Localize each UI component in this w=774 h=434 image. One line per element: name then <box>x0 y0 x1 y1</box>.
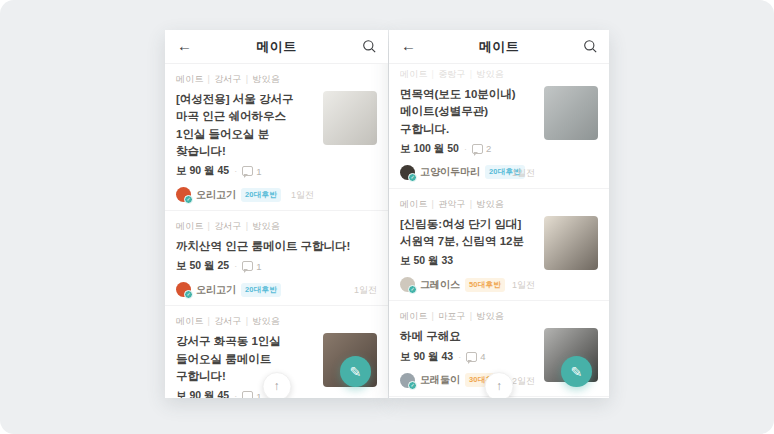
category-part: 강서구 <box>214 221 242 231</box>
category-separator: | <box>470 69 473 79</box>
post-thumbnail <box>323 91 377 145</box>
category-part: 마포구 <box>438 311 466 321</box>
post-time: 1일전 <box>291 189 314 202</box>
category-separator: | <box>208 316 211 326</box>
deposit-rent-value: 보 90 월 45 <box>176 164 229 178</box>
category-separator: | <box>470 311 473 321</box>
post-title: 까치산역 인근 룸메이트 구합니다! <box>176 238 377 255</box>
verified-check-icon: ✓ <box>408 285 417 294</box>
category-part: 메이트 <box>400 69 428 79</box>
category-part: 방있음 <box>252 74 280 84</box>
category-separator: | <box>246 221 249 231</box>
post-text-column: 면목역(보도 10분이내) 메이트(성별무관) 구합니다.보 100 월 50·… <box>400 86 535 180</box>
post-user-row: ✓그레이스50대후반1일전 <box>400 277 535 292</box>
post-thumbnail <box>544 216 598 270</box>
category-part: 강서구 <box>214 74 242 84</box>
post-time: 1일전 <box>354 284 377 297</box>
post-time: 1일전 <box>512 279 535 292</box>
dot-separator: · <box>234 166 237 176</box>
category-part: 방있음 <box>252 316 280 326</box>
back-arrow-icon[interactable]: ← <box>401 36 416 56</box>
post-item[interactable]: 메이트|강서구|방있음까치산역 인근 룸메이트 구합니다!보 50 월 25·1… <box>165 211 388 306</box>
app-bar: ← 메이트 <box>389 30 609 64</box>
post-body: 면목역(보도 10분이내) 메이트(성별무관) 구합니다.보 100 월 50·… <box>400 86 598 180</box>
comment-icon <box>466 352 477 362</box>
dot-separator: · <box>464 144 467 154</box>
category-separator: | <box>246 74 249 84</box>
pencil-icon: ✎ <box>571 364 583 380</box>
page-title: 메이트 <box>256 38 297 56</box>
age-badge: 20대후반 <box>241 283 281 297</box>
post-price: 보 50 월 25·1 <box>176 259 377 273</box>
search-icon[interactable] <box>362 39 377 54</box>
post-title: 하메 구해요 <box>400 328 535 345</box>
post-category: 메이트|강서구|방있음 <box>176 220 377 233</box>
post-category: 메이트|중랑구|방있음 <box>400 68 598 81</box>
post-title: 강서구 화곡동 1인실 들어오실 룸메이트 구합니다! <box>176 333 314 385</box>
avatar: ✓ <box>176 282 191 297</box>
post-user-row: ✓모래둘이30대후반2일전 <box>400 373 535 388</box>
post-list: 메이트|중랑구|방있음면목역(보도 10분이내) 메이트(성별무관) 구합니다.… <box>389 64 609 398</box>
comment-count: 1 <box>256 391 261 399</box>
post-text-column: 까치산역 인근 룸메이트 구합니다!보 50 월 25·1✓오리고기20대후반1… <box>176 238 377 297</box>
post-thumbnail <box>544 86 598 140</box>
username: 고양이두마리 <box>420 165 480 179</box>
write-post-fab[interactable]: ✎ <box>340 356 371 387</box>
comment-icon <box>242 166 253 176</box>
category-separator: | <box>208 74 211 84</box>
post-item[interactable]: 메이트|관악구|방있음[신림동:여성 단기 임대]서원역 7분, 신림역 12분… <box>389 189 609 302</box>
category-separator: | <box>432 69 435 79</box>
comment-count: 1 <box>256 166 261 177</box>
search-icon[interactable] <box>583 39 598 54</box>
post-category: 메이트|강서구|방있음 <box>176 73 377 86</box>
username: 오리고기 <box>196 188 236 202</box>
post-title: [신림동:여성 단기 임대]서원역 7분, 신림역 12분 <box>400 216 535 251</box>
avatar: ✓ <box>400 277 415 292</box>
category-separator: | <box>432 199 435 209</box>
screenshot-canvas: ← 메이트 메이트|강서구|방있음[여성전용] 서울 강서구 마곡 인근 쉐어하… <box>0 0 774 434</box>
category-part: 중랑구 <box>438 69 466 79</box>
post-item[interactable]: 메이트|강서구|방있음[여성전용] 서울 강서구 마곡 인근 쉐어하우스 1인실… <box>165 64 388 211</box>
write-post-fab[interactable]: ✎ <box>561 356 592 387</box>
pencil-icon: ✎ <box>350 364 362 380</box>
category-part: 메이트 <box>176 74 204 84</box>
comment-icon <box>472 144 483 154</box>
post-title: 면목역(보도 10분이내) 메이트(성별무관) 구합니다. <box>400 86 535 138</box>
post-price: 보 90 월 43·4 <box>400 350 535 364</box>
category-part: 관악구 <box>438 199 466 209</box>
phone-screen-right: ← 메이트 메이트|중랑구|방있음면목역(보도 10분이내) 메이트(성별무관)… <box>389 30 609 398</box>
comment-count: 1 <box>256 261 261 272</box>
post-body: 까치산역 인근 룸메이트 구합니다!보 50 월 25·1✓오리고기20대후반1… <box>176 238 377 297</box>
username: 모래둘이 <box>420 373 460 387</box>
verified-check-icon: ✓ <box>184 290 193 299</box>
comment-icon <box>242 261 253 271</box>
post-category: 메이트|강서구|방있음 <box>176 315 377 328</box>
category-separator: | <box>470 199 473 209</box>
back-arrow-icon[interactable]: ← <box>177 36 192 56</box>
avatar: ✓ <box>400 373 415 388</box>
post-price: 보 50 월 33 <box>400 254 535 268</box>
post-time: 1일전 <box>512 167 535 180</box>
post-list: 메이트|강서구|방있음[여성전용] 서울 강서구 마곡 인근 쉐어하우스 1인실… <box>165 64 388 398</box>
post-price: 보 90 월 45·1 <box>176 164 314 178</box>
post-item[interactable]: 메이트|중랑구|방있음면목역(보도 10분이내) 메이트(성별무관) 구합니다.… <box>389 64 609 189</box>
avatar: ✓ <box>400 165 415 180</box>
deposit-rent-value: 보 90 월 45 <box>176 389 229 398</box>
post-price: 보 90 월 45·1 <box>176 389 314 398</box>
age-badge: 20대후반 <box>241 188 281 202</box>
category-part: 메이트 <box>400 311 428 321</box>
post-price: 보 100 월 50·2 <box>400 142 535 156</box>
post-category: 메이트|마포구|방있음 <box>400 310 598 323</box>
username: 그레이스 <box>420 278 460 292</box>
scroll-to-top-button[interactable]: ↑ <box>262 372 291 398</box>
post-title: [여성전용] 서울 강서구 마곡 인근 쉐어하우스 1인실 들어오실 분 찾습니… <box>176 91 314 160</box>
scroll-to-top-button[interactable]: ↑ <box>485 372 514 398</box>
category-part: 방있음 <box>252 221 280 231</box>
category-part: 메이트 <box>176 221 204 231</box>
post-time: 2일전 <box>512 375 535 388</box>
comment-icon <box>242 391 253 398</box>
verified-check-icon: ✓ <box>408 173 417 182</box>
post-body: [여성전용] 서울 강서구 마곡 인근 쉐어하우스 1인실 들어오실 분 찾습니… <box>176 91 377 202</box>
post-category: 메이트|관악구|방있음 <box>400 198 598 211</box>
category-separator: | <box>208 221 211 231</box>
